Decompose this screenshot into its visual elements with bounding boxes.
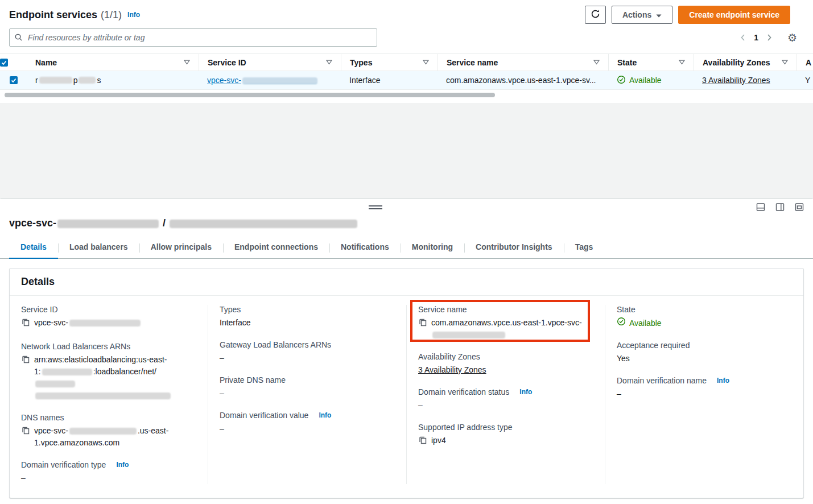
field-state: State Available	[617, 305, 792, 329]
field-label: Service name	[418, 305, 593, 314]
field-value: Yes	[617, 353, 630, 365]
endpoint-services-table: Name Service ID Types Service name State…	[0, 53, 813, 103]
info-link[interactable]: Info	[116, 461, 129, 469]
redacted-text	[39, 77, 72, 84]
field-value: Interface	[220, 317, 250, 329]
panel-bottom-layout-icon[interactable]	[756, 203, 765, 212]
caret-down-icon	[656, 10, 662, 19]
row-name-fragment: s	[97, 76, 101, 85]
details-card: Details Service ID vpce-svc- Network Loa…	[9, 268, 804, 498]
state-text: Available	[629, 76, 662, 85]
split-panel-header-row	[0, 199, 813, 217]
refresh-button[interactable]	[585, 6, 606, 24]
copy-icon[interactable]	[21, 355, 30, 367]
next-page-icon[interactable]	[766, 34, 773, 42]
service-id-prefix: vpce-svc-	[207, 76, 241, 85]
tab-allow-principals[interactable]: Allow principals	[139, 237, 223, 259]
search-input[interactable]	[9, 28, 377, 47]
horizontal-scrollbar-thumb[interactable]	[5, 93, 495, 97]
split-panel-drag-handle[interactable]	[369, 205, 382, 211]
column-header-acceptance[interactable]: A	[797, 54, 813, 71]
column-header-state[interactable]: State	[608, 54, 694, 71]
field-availability-zones: Availability Zones 3 Availability Zones	[418, 352, 593, 376]
info-link[interactable]: Info	[319, 411, 331, 419]
filter-icon[interactable]	[593, 60, 600, 65]
select-all-checkbox[interactable]	[0, 59, 8, 67]
table-row[interactable]: rps vpce-svc- Interface com.amazonaws.vp…	[0, 71, 813, 90]
detail-panel-title: vpce-svc- /	[0, 217, 813, 229]
row-service-name-cell: com.amazonaws.vpce.us-east-1.vpce-sv...	[438, 71, 608, 89]
filter-icon[interactable]	[184, 60, 190, 65]
field-domain-verification-type: Domain verification type Info –	[21, 460, 196, 484]
row-name-fragment: r	[35, 76, 38, 85]
redacted-text	[35, 381, 75, 387]
redacted-text	[35, 393, 171, 399]
field-domain-verification-status: Domain verification status Info –	[418, 387, 593, 411]
availability-zones-link[interactable]: 3 Availability Zones	[702, 76, 770, 85]
field-label: Acceptance required	[617, 341, 792, 350]
previous-page-icon[interactable]	[740, 34, 746, 42]
copy-icon[interactable]	[418, 318, 427, 331]
row-state-cell: Available	[608, 71, 694, 89]
field-label: Domain verification name	[617, 376, 707, 385]
field-label: Gateway Load Balancers ARNs	[220, 340, 395, 349]
info-link[interactable]: Info	[519, 388, 532, 396]
field-domain-verification-name: Domain verification name Info –	[617, 376, 792, 400]
column-header-types[interactable]: Types	[341, 54, 438, 71]
redacted-text	[432, 332, 505, 338]
detail-split-panel: vpce-svc- / Details Load balancers Allow…	[0, 199, 813, 504]
tab-endpoint-connections[interactable]: Endpoint connections	[223, 237, 329, 259]
tab-details[interactable]: Details	[9, 237, 58, 259]
copy-icon[interactable]	[21, 426, 30, 439]
service-id-link[interactable]: vpce-svc-	[207, 76, 319, 85]
details-column-4: State Available Acceptance required Yes	[605, 305, 803, 484]
row-service-id-cell: vpce-svc-	[199, 71, 341, 89]
field-domain-verification-value: Domain verification value Info –	[220, 411, 395, 435]
tab-contributor-insights[interactable]: Contributor Insights	[464, 237, 564, 259]
field-types: Types Interface	[220, 305, 395, 329]
tab-monitoring[interactable]: Monitoring	[401, 237, 464, 259]
filter-icon[interactable]	[782, 60, 788, 65]
copy-icon[interactable]	[418, 436, 427, 448]
details-column-2: Types Interface Gateway Load Balancers A…	[208, 305, 406, 484]
field-value: –	[21, 472, 26, 484]
field-value: –	[220, 387, 224, 399]
endpoint-services-page: Endpoint services (1/1) Info Actions Cre…	[0, 0, 813, 504]
info-link[interactable]: Info	[717, 377, 729, 385]
column-header-service-name[interactable]: Service name	[438, 54, 608, 71]
actions-button[interactable]: Actions	[612, 6, 672, 24]
page-title: Endpoint services (1/1)	[9, 9, 122, 21]
search-icon	[14, 33, 23, 43]
current-page-number[interactable]: 1	[754, 33, 758, 42]
availability-zones-link[interactable]: 3 Availability Zones	[418, 364, 486, 376]
settings-gear-icon[interactable]: ⚙	[787, 32, 797, 43]
field-label: Network Load Balancers ARNs	[21, 342, 196, 351]
service-id-value: vpce-svc-	[34, 317, 142, 329]
tab-notifications[interactable]: Notifications	[329, 237, 401, 259]
refresh-icon	[591, 9, 600, 20]
header-actions: Actions Create endpoint service	[585, 6, 804, 24]
info-link[interactable]: Info	[127, 11, 140, 19]
select-all-cell	[0, 54, 27, 71]
column-header-availability-zones[interactable]: Availability Zones	[694, 54, 797, 71]
redacted-text	[79, 77, 96, 84]
row-select-cell	[0, 71, 27, 89]
filter-icon[interactable]	[679, 60, 685, 65]
row-checkbox[interactable]	[10, 76, 18, 84]
create-endpoint-service-button[interactable]: Create endpoint service	[678, 6, 790, 24]
field-value: –	[220, 423, 224, 435]
nlb-arn-value: arn:aws:elasticloadbalancing:us-east-1::…	[34, 354, 196, 402]
page-title-text: Endpoint services	[9, 9, 97, 21]
filter-icon[interactable]	[326, 60, 332, 65]
field-label: Availability Zones	[418, 352, 593, 361]
column-header-name[interactable]: Name	[27, 54, 199, 71]
panel-side-layout-icon[interactable]	[775, 203, 785, 212]
column-header-service-id[interactable]: Service ID	[199, 54, 341, 71]
column-header-types-label: Types	[350, 58, 372, 67]
tab-tags[interactable]: Tags	[564, 237, 605, 259]
row-acceptance-cell: Y	[797, 71, 813, 89]
copy-icon[interactable]	[21, 318, 30, 331]
filter-icon[interactable]	[423, 60, 429, 65]
panel-detach-layout-icon[interactable]	[795, 203, 804, 212]
tab-load-balancers[interactable]: Load balancers	[58, 237, 139, 259]
